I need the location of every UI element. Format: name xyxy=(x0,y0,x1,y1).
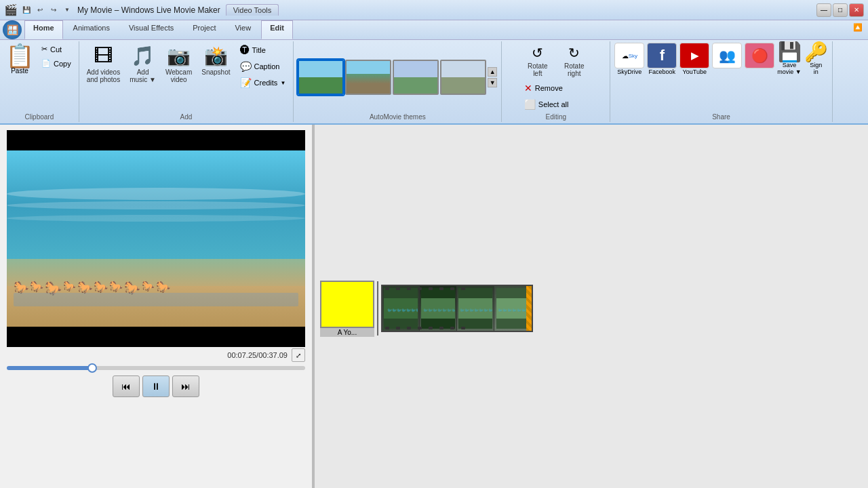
other-share-button[interactable]: 🔴 xyxy=(745,43,774,68)
tab-home[interactable]: Home xyxy=(24,20,63,39)
dropdown-button[interactable]: ▼ xyxy=(61,4,73,16)
remove-icon: ✕ xyxy=(524,83,532,94)
rotate-left-button[interactable]: ↺ Rotateleft xyxy=(521,43,555,79)
select-all-label: Select all xyxy=(538,100,569,108)
facebook-button[interactable]: f Facebook xyxy=(647,43,677,75)
other-icon: 🔴 xyxy=(745,43,774,68)
email-button[interactable]: 👥 xyxy=(712,43,742,68)
text-buttons: 🅣 Title 💬 Caption 📝 Credits ▼ xyxy=(237,43,290,90)
editing-group: ↺ Rotateleft ↻ Rotateright ✕ Remove ⬜ Se… xyxy=(502,41,610,122)
tab-project[interactable]: Project xyxy=(184,20,224,39)
rotate-left-icon: ↺ xyxy=(532,45,543,61)
window-controls: — □ ✕ xyxy=(816,3,864,17)
storyboard[interactable]: A Yo... xyxy=(315,125,868,488)
ribbon: 🪟 Home Animations Visual Effects Project… xyxy=(0,20,868,125)
add-videos-label: Add videosand photos xyxy=(87,68,121,83)
svg-text:🐦🐦🐦🐦🐦🐦🐦🐦🐦🐦: 🐦🐦🐦🐦🐦🐦🐦🐦🐦🐦 xyxy=(498,308,530,313)
copy-button[interactable]: 📄 Copy xyxy=(38,57,75,70)
title-button[interactable]: 🅣 Title xyxy=(237,43,290,58)
expand-button[interactable]: ⤢ xyxy=(292,348,305,362)
webcam-button[interactable]: 📷 Webcamvideo xyxy=(162,43,195,85)
add-music-label: Addmusic ▼ xyxy=(130,68,156,83)
share-group: ☁Sky SkyDrive f Facebook ▶ YouTube 👥 xyxy=(610,41,832,122)
title-icon: 🅣 xyxy=(240,45,250,56)
forward-button[interactable]: ⏭ xyxy=(172,375,199,397)
youtube-button[interactable]: ▶ YouTube xyxy=(679,43,709,75)
ribbon-collapse-button[interactable]: 🔼 xyxy=(850,20,865,39)
app-icon: 🎬 xyxy=(4,3,18,16)
tab-visual-effects[interactable]: Visual Effects xyxy=(120,20,182,39)
minimize-button[interactable]: — xyxy=(816,3,831,17)
frame-2-content: 🐦🐦🐦🐦🐦🐦🐦🐦 xyxy=(420,286,456,331)
film-frame-2: 🐦🐦🐦🐦🐦🐦🐦🐦 xyxy=(420,286,457,331)
save-button[interactable]: 💾 xyxy=(20,4,33,16)
title-clip[interactable]: A Yo... xyxy=(320,281,374,337)
rotate-left-label: Rotateleft xyxy=(528,62,547,77)
cut-button[interactable]: ✂ Cut xyxy=(38,43,75,56)
rewind-button[interactable]: ⏮ xyxy=(113,375,140,397)
select-all-button[interactable]: ⬜ Select all xyxy=(521,97,572,112)
app-menu-button[interactable]: 🪟 xyxy=(3,20,22,39)
redo-button[interactable]: ↪ xyxy=(47,4,60,16)
theme-2[interactable] xyxy=(345,60,391,95)
video-clip[interactable]: 🐦🐦🐦🐦🐦🐦🐦 🐦🐦🐦🐦🐦🐦🐦🐦 xyxy=(381,285,533,332)
theme-scroll: ▲ ▼ xyxy=(488,67,497,87)
credits-button[interactable]: 📝 Credits ▼ xyxy=(237,75,290,90)
film-notches-bottom xyxy=(382,327,532,329)
remove-label: Remove xyxy=(535,84,563,92)
skydrive-icon: ☁Sky xyxy=(614,43,644,68)
ribbon-content: 📋 Paste ✂ Cut 📄 Copy Clipboard xyxy=(0,40,868,123)
theme-scroll-down[interactable]: ▼ xyxy=(488,78,497,87)
film-strip: 🐦🐦🐦🐦🐦🐦🐦 🐦🐦🐦🐦🐦🐦🐦🐦 xyxy=(381,285,533,332)
pause-icon: ⏸ xyxy=(151,381,161,392)
ribbon-tabs: 🪟 Home Animations Visual Effects Project… xyxy=(0,20,868,40)
add-music-icon: 🎵 xyxy=(131,45,155,67)
wave-2 xyxy=(7,201,305,209)
add-buttons: 🎞 Add videosand photos 🎵 Addmusic ▼ 📷 We… xyxy=(83,43,290,112)
playback-controls: ⏮ ⏸ ⏭ xyxy=(113,375,199,397)
theme-4[interactable] xyxy=(440,60,486,95)
add-videos-button[interactable]: 🎞 Add videosand photos xyxy=(83,43,124,85)
sign-in-icon: 🔑 xyxy=(804,43,828,62)
film-frame-3: 🐦🐦🐦🐦🐦🐦🐦🐦🐦 xyxy=(457,286,494,331)
quick-access-toolbar: 💾 ↩ ↪ ▼ xyxy=(20,4,73,16)
cut-copy-buttons: ✂ Cut 📄 Copy xyxy=(38,43,75,70)
sign-in-button[interactable]: 🔑 Signin xyxy=(804,43,828,75)
pause-button[interactable]: ⏸ xyxy=(142,375,170,397)
film-notches-top xyxy=(382,287,532,290)
caption-button[interactable]: 💬 Caption xyxy=(237,59,290,74)
maximize-button[interactable]: □ xyxy=(833,3,848,17)
facebook-label: Facebook xyxy=(649,68,676,75)
editing-buttons: ↺ Rotateleft ↻ Rotateright ✕ Remove ⬜ Se… xyxy=(521,43,591,112)
snapshot-button[interactable]: 📸 Snapshot xyxy=(198,43,233,78)
seek-bar[interactable] xyxy=(7,366,305,370)
save-movie-button[interactable]: 💾 Savemovie ▼ xyxy=(777,43,801,75)
tab-edit[interactable]: Edit xyxy=(261,20,293,39)
clip-separator xyxy=(377,281,378,336)
tab-animations[interactable]: Animations xyxy=(64,20,119,39)
email-icon: 👥 xyxy=(712,43,742,68)
copy-label: Copy xyxy=(54,60,71,68)
theme-1[interactable] xyxy=(298,60,344,95)
forward-icon: ⏭ xyxy=(181,381,191,392)
rotate-right-button[interactable]: ↻ Rotateright xyxy=(557,43,591,79)
youtube-icon: ▶ xyxy=(679,43,709,68)
skydrive-label: SkyDrive xyxy=(617,68,642,75)
theme-3[interactable] xyxy=(393,60,439,95)
skydrive-button[interactable]: ☁Sky SkyDrive xyxy=(614,43,644,75)
theme-scroll-up[interactable]: ▲ xyxy=(488,67,497,77)
undo-button[interactable]: ↩ xyxy=(34,4,46,16)
share-label: Share xyxy=(712,113,730,121)
title-clip-label: A Yo... xyxy=(320,328,374,337)
tab-view[interactable]: View xyxy=(226,20,260,39)
rotate-buttons: ↺ Rotateleft ↻ Rotateright xyxy=(521,43,591,79)
rewind-icon: ⏮ xyxy=(121,381,131,392)
save-movie-icon: 💾 xyxy=(778,43,802,62)
video-tools-tab[interactable]: Video Tools xyxy=(226,4,279,16)
wave-1 xyxy=(7,188,305,200)
add-music-button[interactable]: 🎵 Addmusic ▼ xyxy=(126,43,159,85)
close-button[interactable]: ✕ xyxy=(849,3,864,17)
paste-button[interactable]: 📋 Paste xyxy=(4,43,35,76)
remove-button[interactable]: ✕ Remove xyxy=(521,81,566,96)
caption-icon: 💬 xyxy=(240,61,252,72)
